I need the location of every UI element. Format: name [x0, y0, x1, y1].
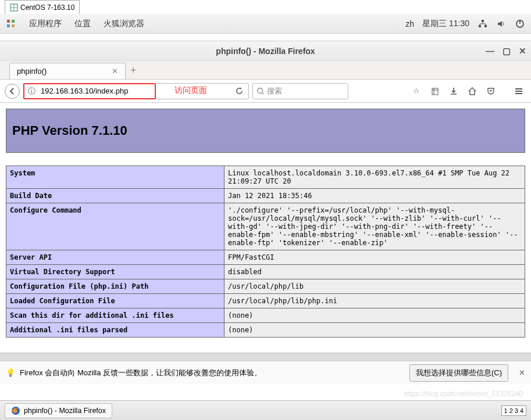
phpinfo-table: SystemLinux localhost.localdomain 3.10.0…: [6, 166, 525, 338]
workspace-4[interactable]: 4: [520, 407, 523, 414]
menu-button[interactable]: [511, 84, 526, 99]
firefox-titlebar: phpinfo() - Mozilla Firefox — ▢ ✕: [0, 41, 531, 61]
svg-point-9: [258, 88, 263, 93]
phpinfo-row: Configuration File (php.ini) Path/usr/lo…: [6, 279, 525, 294]
phpinfo-row: Configure Command'./configure' '--prefix…: [6, 203, 525, 250]
new-tab-button[interactable]: +: [130, 64, 137, 77]
phpinfo-row: Build DateJan 12 2021 18:35:46: [6, 189, 525, 203]
tab-title: phpinfo(): [17, 67, 47, 76]
php-version-banner: PHP Version 7.1.10: [6, 109, 525, 153]
phpinfo-row: Virtual Directory Supportdisabled: [6, 265, 525, 279]
library-button[interactable]: [427, 84, 443, 99]
volume-icon[interactable]: [496, 19, 507, 29]
firefox-window: phpinfo() - Mozilla Firefox — ▢ ✕ phpinf…: [0, 41, 531, 384]
phpinfo-value: /usr/local/php/lib/php.ini: [224, 294, 525, 308]
php-version-title: PHP Version 7.1.10: [12, 123, 519, 138]
browser-tab[interactable]: phpinfo() ✕: [9, 63, 126, 79]
phpinfo-value: FPM/FastCGI: [224, 250, 525, 265]
url-highlight-box: ⓘ: [23, 83, 156, 99]
phpinfo-key: Configure Command: [6, 203, 224, 250]
address-bar[interactable]: [38, 87, 155, 95]
workspace-2[interactable]: 2: [509, 407, 513, 414]
vm-host-title: CentOS 7-163.10: [20, 3, 74, 12]
input-method-indicator[interactable]: zh: [405, 19, 414, 28]
phpinfo-key: Server API: [6, 250, 224, 265]
svg-rect-4: [12, 24, 15, 27]
tab-close-button[interactable]: ✕: [112, 67, 118, 76]
phpinfo-value: (none): [224, 308, 525, 323]
phpinfo-row: Loaded Configuration File/usr/local/php/…: [6, 294, 525, 308]
phpinfo-value: Linux localhost.localdomain 3.10.0-693.e…: [224, 166, 525, 189]
infobar-choose-button[interactable]: 我想选择提供哪些信息(C): [409, 364, 508, 382]
vm-host-tab[interactable]: CentOS 7-163.10: [5, 0, 80, 14]
svg-rect-3: [7, 24, 10, 27]
back-button[interactable]: [5, 84, 20, 99]
phpinfo-row: Server APIFPM/FastCGI: [6, 250, 525, 265]
reload-button[interactable]: [235, 87, 244, 95]
phpinfo-key: Additional .ini files parsed: [6, 323, 224, 338]
activities-icon[interactable]: [6, 19, 16, 29]
power-icon[interactable]: [515, 19, 525, 29]
firefox-tabstrip: phpinfo() ✕ +: [0, 61, 531, 80]
phpinfo-value: disabled: [224, 265, 525, 279]
taskbar-firefox-entry[interactable]: phpinfo() - Mozilla Firefox: [5, 403, 112, 418]
menu-applications[interactable]: 应用程序: [29, 19, 62, 29]
svg-rect-10: [432, 88, 438, 95]
search-placeholder: 搜索: [267, 86, 282, 96]
gnome-top-bar: 应用程序 位置 火狐浏览器 zh 星期三 11:30: [0, 14, 531, 34]
home-button[interactable]: [465, 84, 480, 99]
bookmark-star-button[interactable]: ☆: [409, 84, 424, 99]
phpinfo-value: (none): [224, 323, 525, 338]
search-icon: [256, 87, 265, 95]
window-minimize-button[interactable]: —: [486, 46, 494, 56]
workspace-1[interactable]: 1: [504, 407, 508, 414]
firefox-icon: [11, 406, 20, 415]
watermark-text: https://blog.csdn.net/weixin_51326240: [404, 390, 523, 398]
pocket-button[interactable]: [483, 84, 498, 99]
workspace-pager[interactable]: 1 2 3 4: [501, 405, 527, 416]
firefox-toolbar: ⓘ 访问页面 搜索 ☆: [0, 80, 531, 103]
svg-rect-2: [12, 20, 15, 23]
phpinfo-row: Additional .ini files parsed(none): [6, 323, 525, 338]
phpinfo-row: Scan this dir for additional .ini files(…: [6, 308, 525, 323]
page-content: PHP Version 7.1.10 SystemLinux localhost…: [0, 103, 531, 353]
menu-firefox[interactable]: 火狐浏览器: [104, 19, 144, 29]
phpinfo-value: /usr/local/php/lib: [224, 279, 525, 294]
infobar-text: Firefox 会自动向 Mozilla 反馈一些数据，让我们能够改善您的使用体…: [20, 368, 262, 378]
svg-rect-6: [479, 25, 481, 27]
svg-rect-7: [484, 25, 487, 27]
svg-rect-1: [7, 20, 10, 23]
phpinfo-value: Jan 12 2021 18:35:46: [224, 189, 525, 203]
phpinfo-key: System: [6, 166, 224, 189]
svg-rect-5: [482, 20, 484, 22]
window-maximize-button[interactable]: ▢: [503, 46, 511, 56]
infobar-close-button[interactable]: ✕: [519, 368, 525, 377]
annotation-text: 访问页面: [174, 85, 207, 96]
network-icon[interactable]: [477, 19, 488, 29]
lightbulb-icon: 💡: [6, 368, 15, 377]
gnome-taskbar: phpinfo() - Mozilla Firefox 1 2 3 4: [0, 400, 531, 420]
menu-places[interactable]: 位置: [74, 19, 91, 29]
horizontal-scrollbar[interactable]: [0, 353, 531, 361]
taskbar-title: phpinfo() - Mozilla Firefox: [24, 407, 106, 415]
phpinfo-key: Configuration File (php.ini) Path: [6, 279, 224, 294]
firefox-infobar: 💡 Firefox 会自动向 Mozilla 反馈一些数据，让我们能够改善您的使…: [0, 361, 531, 384]
workspace-3[interactable]: 3: [515, 407, 518, 414]
search-box[interactable]: 搜索: [252, 83, 348, 99]
phpinfo-key: Build Date: [6, 189, 224, 203]
phpinfo-row: SystemLinux localhost.localdomain 3.10.0…: [6, 166, 525, 189]
phpinfo-key: Virtual Directory Support: [6, 265, 224, 279]
firefox-window-title: phpinfo() - Mozilla Firefox: [216, 46, 315, 56]
site-info-icon[interactable]: ⓘ: [24, 86, 38, 96]
clock-label[interactable]: 星期三 11:30: [422, 19, 469, 29]
phpinfo-key: Scan this dir for additional .ini files: [6, 308, 224, 323]
centos-icon: [10, 3, 18, 12]
window-close-button[interactable]: ✕: [519, 46, 526, 56]
phpinfo-value: './configure' '--prefix=/usr/local/php' …: [224, 203, 525, 250]
phpinfo-key: Loaded Configuration File: [6, 294, 224, 308]
downloads-button[interactable]: [446, 84, 461, 99]
